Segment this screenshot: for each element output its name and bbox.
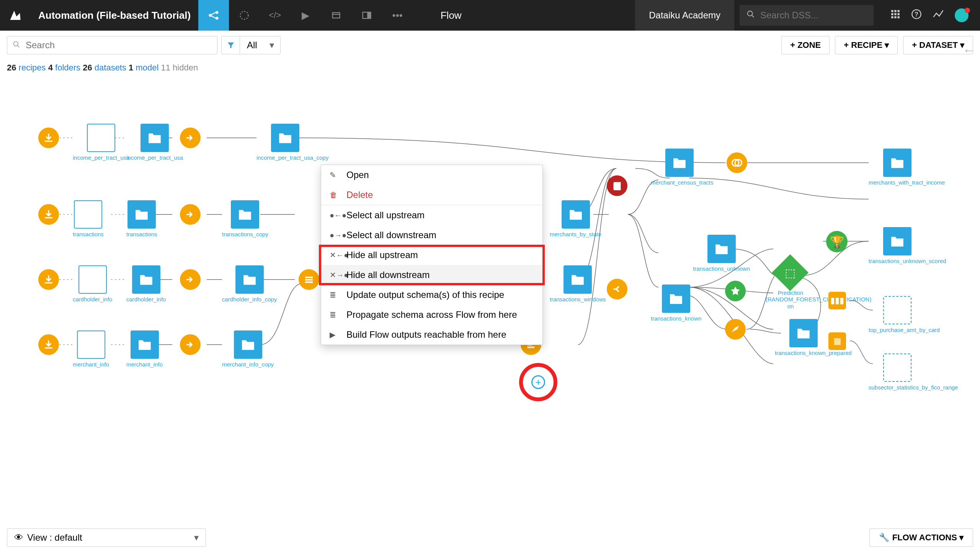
- sync-recipe-2[interactable]: [180, 204, 201, 225]
- sync-recipe-3[interactable]: [180, 269, 201, 290]
- svg-rect-12: [897, 10, 899, 12]
- folder-transactions-a[interactable]: transactions: [73, 200, 104, 237]
- dataset-transactions-known[interactable]: transactions_known: [651, 285, 702, 322]
- dataset-merchants-by-state[interactable]: merchants_by_state: [550, 200, 601, 237]
- global-search-input[interactable]: [760, 10, 856, 21]
- dataset-top-purchase[interactable]: top_purchase_amt_by_card: [869, 296, 926, 333]
- svg-rect-17: [894, 16, 896, 18]
- download-recipe-2[interactable]: [38, 204, 59, 225]
- flow-counts: 26 recipes 4 folders 26 datasets 1 model…: [7, 63, 198, 73]
- filter-icon[interactable]: [222, 36, 240, 54]
- chart-recipe-1[interactable]: ▮▮▮: [828, 292, 846, 309]
- flow-search[interactable]: [7, 36, 217, 54]
- downstream-icon: ●→●: [330, 231, 346, 240]
- menu-build-outputs[interactable]: ▶Build Flow outputs reachable from here: [321, 325, 542, 345]
- menu-update-schema[interactable]: ≣Update output schema(s) of this recipe: [321, 285, 542, 305]
- academy-link[interactable]: Dataiku Academy: [635, 0, 734, 31]
- folder-transactions-b[interactable]: transactions: [126, 200, 157, 237]
- svg-rect-16: [891, 16, 893, 18]
- join-recipe[interactable]: [727, 152, 747, 173]
- folder-cardholder-copy[interactable]: cardholder_info_copy: [222, 265, 277, 303]
- dataset-transactions-unknown-scored[interactable]: transactions_unknown_scored: [869, 227, 926, 264]
- score-recipe[interactable]: [725, 281, 746, 301]
- svg-point-3: [240, 11, 248, 20]
- dataset-transactions-unknown[interactable]: transactions_unknown: [693, 235, 750, 272]
- add-zone-button[interactable]: + ZONE: [781, 36, 830, 54]
- flow-toolbar: All + ZONE + RECIPE ▾ + DATASET ▾: [0, 31, 980, 59]
- folder-income-per-tract-usa-a[interactable]: income_per_tract_usa: [73, 124, 129, 161]
- dataset-transactions-known-prepared[interactable]: transactions_known_prepared: [775, 319, 832, 356]
- svg-point-21: [14, 42, 18, 46]
- prepare-recipe[interactable]: [725, 319, 746, 340]
- menu-hide-downstream[interactable]: ✕→●Hide all downstream: [321, 265, 542, 285]
- flow-tab-icon[interactable]: [198, 0, 229, 31]
- menu-propagate-schema[interactable]: ≣Propagate schema across Flow from here: [321, 305, 542, 325]
- dataset-transactions-windows[interactable]: transactions_windows: [550, 265, 606, 303]
- wrench-icon: 🔧: [879, 533, 889, 543]
- hide-upstream-icon: ✕←●: [330, 250, 346, 260]
- download-recipe-3[interactable]: [38, 269, 59, 290]
- nav-play-icon[interactable]: ▶: [290, 0, 321, 31]
- project-title[interactable]: Automation (File-based Tutorial): [31, 10, 198, 21]
- folder-merchant-a[interactable]: merchant_info: [73, 330, 109, 368]
- schema-icon: ≣: [330, 290, 346, 299]
- page-title: Flow: [413, 10, 489, 21]
- svg-rect-10: [891, 10, 893, 12]
- folder-income-per-tract-usa-b[interactable]: income_per_tract_usa: [126, 124, 183, 161]
- project-nav-tabs: </> ▶ •••: [198, 0, 413, 31]
- nav-dashboard-icon[interactable]: [321, 0, 351, 31]
- dataset-merchant-census-tracts[interactable]: merchant_census_tracts: [651, 149, 708, 186]
- nav-more-icon[interactable]: •••: [382, 0, 413, 31]
- svg-point-1: [216, 11, 219, 14]
- folder-transactions-copy[interactable]: transactions_copy: [222, 200, 268, 237]
- sync-recipe-4[interactable]: [180, 334, 201, 355]
- trophy-icon[interactable]: 🏆: [826, 231, 848, 252]
- edit-icon: ✎: [330, 170, 346, 180]
- menu-select-upstream[interactable]: ●←●Select all upstream: [321, 205, 542, 225]
- dataset-subsector[interactable]: subsector_statistics_by_fico_range: [869, 353, 926, 391]
- folder-cardholder-b[interactable]: cardholder_info: [126, 265, 166, 303]
- flow-filter[interactable]: All: [221, 36, 281, 54]
- svg-rect-11: [894, 10, 896, 12]
- search-icon: [746, 10, 755, 21]
- flow-actions-button[interactable]: 🔧 FLOW ACTIONS ▾: [869, 528, 973, 547]
- nav-code-icon[interactable]: </>: [260, 0, 290, 31]
- recipe-context-menu: ✎Open 🗑Delete ●←●Select all upstream ●→●…: [321, 165, 543, 345]
- nav-circle-icon[interactable]: [229, 0, 260, 31]
- add-node-icon[interactable]: +: [531, 375, 545, 389]
- python-recipe[interactable]: [607, 175, 627, 196]
- folder-merchant-b[interactable]: merchant_info: [126, 330, 163, 368]
- menu-open[interactable]: ✎Open: [321, 165, 542, 185]
- folder-income-per-tract-usa-copy[interactable]: income_per_tract_usa_copy: [256, 124, 314, 161]
- folder-merchant-copy[interactable]: merchant_info_copy: [222, 330, 274, 368]
- split-recipe[interactable]: [607, 279, 627, 299]
- svg-rect-15: [897, 13, 899, 15]
- global-search[interactable]: [740, 5, 874, 26]
- dataset-merchants-with-tract-income[interactable]: merchants_with_tract_income: [869, 149, 926, 186]
- nav-panel-icon[interactable]: [351, 0, 382, 31]
- chart-recipe-2[interactable]: ▦: [828, 332, 846, 350]
- flow-search-input[interactable]: [26, 40, 217, 51]
- collapse-right-panel-icon[interactable]: ←: [959, 38, 980, 62]
- menu-hide-upstream[interactable]: ✕←●Hide all upstream: [321, 245, 542, 265]
- apps-icon[interactable]: [890, 9, 900, 22]
- svg-rect-13: [891, 13, 893, 15]
- svg-rect-18: [897, 16, 899, 18]
- view-selector[interactable]: 👁 View : default: [7, 528, 206, 547]
- user-avatar[interactable]: [955, 8, 969, 22]
- flow-canvas[interactable]: income_per_tract_usa income_per_tract_us…: [0, 80, 980, 556]
- add-recipe-button[interactable]: + RECIPE ▾: [835, 36, 898, 54]
- download-recipe[interactable]: [38, 128, 59, 148]
- activity-icon[interactable]: [933, 8, 944, 23]
- folder-cardholder-a[interactable]: cardholder_info: [73, 265, 112, 303]
- menu-select-downstream[interactable]: ●→●Select all downstream: [321, 225, 542, 245]
- menu-delete[interactable]: 🗑Delete: [321, 185, 542, 205]
- trash-icon: 🗑: [330, 191, 346, 200]
- help-icon[interactable]: ?: [911, 9, 922, 22]
- top-nav-bar: Automation (File-based Tutorial) </> ▶ •…: [0, 0, 980, 31]
- sync-recipe[interactable]: [180, 128, 201, 148]
- download-recipe-4[interactable]: [38, 334, 59, 355]
- stack-recipe[interactable]: [299, 269, 319, 290]
- filter-value[interactable]: All: [240, 40, 280, 51]
- dataiku-logo-icon[interactable]: [0, 8, 31, 22]
